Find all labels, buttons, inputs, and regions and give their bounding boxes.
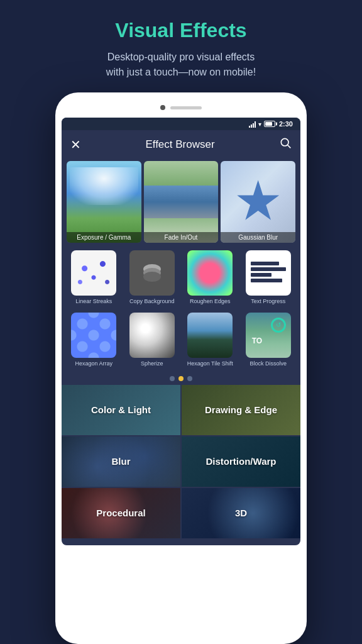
- category-color-light[interactable]: Color & Light: [62, 385, 180, 435]
- effect-item-spherize[interactable]: Spherize: [125, 313, 180, 367]
- effect-thumb: ↺ TO: [246, 313, 291, 358]
- toolbar-title: Effect Browser: [145, 138, 214, 151]
- text-progress-visual: [251, 262, 286, 284]
- category-distortion-warp[interactable]: Distortion/Warp: [182, 436, 300, 487]
- effect-item-linear-streaks[interactable]: Linear Streaks: [67, 250, 121, 305]
- effect-thumb: [71, 250, 116, 296]
- effect-item-copy-background[interactable]: Copy Background: [125, 250, 180, 305]
- effects-grid-section: Linear Streaks Copy Background Roughen: [62, 245, 300, 372]
- phone-notch: [62, 103, 300, 113]
- dot-indicator-2[interactable]: [178, 376, 184, 381]
- category-label: Procedural: [96, 508, 145, 518]
- effect-item-hexagon-tile-shift[interactable]: Hexagon Tile Shift: [183, 313, 238, 367]
- page-subtitle: Desktop-quality pro visual effects with …: [13, 50, 349, 80]
- effects-grid-row2: Hexagon Array Spherize Hexagon Tile Shif…: [67, 310, 295, 370]
- effect-name: Linear Streaks: [75, 298, 112, 305]
- effect-thumb: [71, 313, 116, 358]
- category-label: 3D: [235, 508, 247, 518]
- page-indicators: [62, 372, 300, 385]
- page-title: Visual Effects: [13, 19, 349, 42]
- category-label: Distortion/Warp: [206, 456, 277, 467]
- effect-card-gaussianblur[interactable]: Gaussian Blur: [221, 161, 295, 243]
- status-time: 2:30: [279, 120, 293, 128]
- effect-card-exposure[interactable]: Exposure / Gamma: [67, 161, 141, 243]
- effect-item-text-progress[interactable]: Text Progress: [241, 250, 296, 305]
- effect-thumb: [246, 250, 291, 296]
- effect-name: Roughen Edges: [190, 298, 231, 305]
- effect-label: Fade In/Out: [144, 232, 219, 243]
- status-bar: ▾ 2:30: [62, 118, 300, 130]
- phone-camera: [160, 105, 165, 110]
- dissolve-circle-icon: ↺: [271, 318, 286, 333]
- effect-name: Hexagon Array: [75, 360, 112, 367]
- category-label: Drawing & Edge: [205, 404, 277, 415]
- effect-thumb: [129, 313, 175, 358]
- close-button[interactable]: ✕: [70, 137, 81, 152]
- category-label: Blur: [112, 456, 131, 467]
- effect-item-roughen-edges[interactable]: Roughen Edges: [183, 250, 238, 305]
- effect-name: Block Dissolve: [250, 360, 287, 367]
- effect-name: Copy Background: [129, 298, 175, 305]
- effect-name: Text Progress: [251, 298, 285, 305]
- effects-grid-row1: Linear Streaks Copy Background Roughen: [67, 248, 295, 308]
- phone-screen: ▾ 2:30 ✕ Effect Browser Exposure / G: [62, 118, 300, 545]
- effect-card-fadeinout[interactable]: Fade In/Out: [144, 161, 219, 243]
- status-icons: ▾: [249, 120, 275, 128]
- effect-name: Spherize: [141, 360, 163, 367]
- effect-thumb: [187, 313, 233, 358]
- phone-mockup: ▾ 2:30 ✕ Effect Browser Exposure / G: [55, 92, 307, 644]
- effect-thumb: [129, 250, 175, 296]
- header-section: Visual Effects Desktop-quality pro visua…: [0, 0, 362, 92]
- dot-indicator-1[interactable]: [170, 376, 175, 381]
- effect-thumb: [187, 250, 233, 296]
- effect-item-hexagon-array[interactable]: Hexagon Array: [67, 313, 121, 367]
- app-toolbar: ✕ Effect Browser: [62, 130, 300, 158]
- svg-point-0: [281, 138, 288, 146]
- category-label: Color & Light: [91, 404, 151, 415]
- battery-icon: [264, 121, 275, 127]
- effect-label: Gaussian Blur: [221, 232, 295, 243]
- effect-label: Exposure / Gamma: [67, 232, 141, 243]
- category-3d[interactable]: 3D: [182, 488, 300, 538]
- effect-name: Hexagon Tile Shift: [187, 360, 233, 367]
- dot-indicator-3[interactable]: [187, 376, 192, 381]
- signal-icon: [249, 120, 256, 128]
- category-procedural[interactable]: Procedural: [62, 488, 180, 538]
- top-effects-row: Exposure / Gamma Fade In/Out Gaussian Bl…: [62, 158, 300, 245]
- category-drawing-edge[interactable]: Drawing & Edge: [182, 385, 300, 435]
- wifi-icon: ▾: [258, 121, 261, 128]
- category-grid: Color & Light Drawing & Edge Blur Distor…: [62, 385, 300, 538]
- category-blur[interactable]: Blur: [62, 436, 180, 487]
- effect-item-block-dissolve[interactable]: ↺ TO Block Dissolve: [241, 313, 296, 367]
- svg-point-4: [143, 272, 161, 282]
- phone-speaker: [170, 106, 202, 109]
- svg-line-1: [288, 145, 291, 148]
- search-button[interactable]: [279, 136, 292, 152]
